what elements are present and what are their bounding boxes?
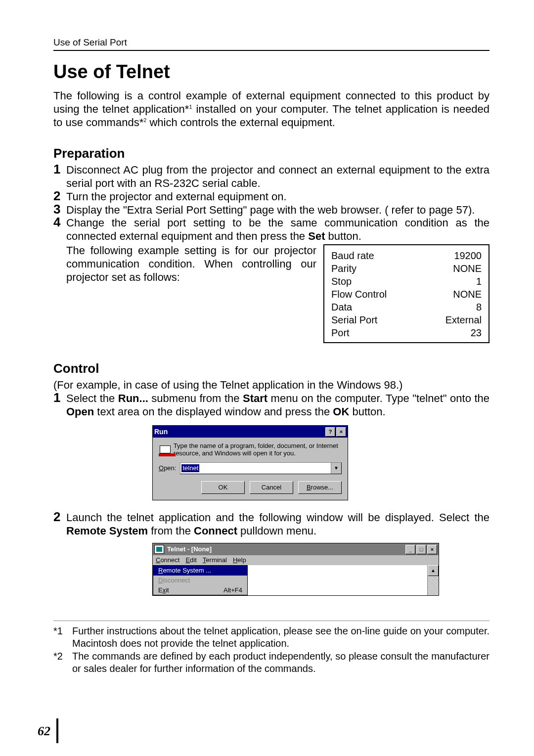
control-steps: Select the Run... submenu from the Start… [53,392,490,419]
footnote-2: *2 The commands are defined by each prod… [53,650,490,674]
menu-help[interactable]: Help [233,556,246,564]
ctrl-step-2: Launch the telnet application and the fo… [53,511,490,538]
chevron-down-icon[interactable]: ▼ [331,463,341,474]
telnet-title-text: Telnet - [None] [167,545,212,553]
remote-system-label: Remote System [66,525,148,537]
connect-pulldown: Remote System ... Disconnect Exit Alt+F4 [153,565,248,596]
close-icon[interactable]: × [427,545,437,554]
telnet-titlebar[interactable]: Telnet - [None] _ □ × [153,543,439,555]
control-intro: (For example, in case of using the Telne… [53,379,490,392]
open-combobox[interactable]: telnet ▼ [180,462,342,474]
pd-exit-shortcut: Alt+F4 [223,586,242,594]
connect-label: Connect [194,525,237,537]
run-icon [159,443,169,457]
pd-remote-system[interactable]: Remote System ... [153,566,247,576]
prep4-followup: The following example setting is for our… [53,244,316,284]
run-dialog: Run ? × Type the name of a program, fold… [152,425,348,500]
menu-connect[interactable]: Connect [156,556,179,564]
run-label: Run... [118,392,148,404]
open-label: Open [66,405,94,418]
scroll-up-icon[interactable]: ▲ [428,565,439,576]
footnote-divider [53,621,490,621]
maximize-icon[interactable]: □ [416,545,426,554]
run-description: Type the name of a program, folder, docu… [174,443,342,457]
page-number-bar [56,718,58,743]
setting-baud: Baud rate19200 [331,249,482,262]
prep-step-3: Display the "Extra Serial Port Setting" … [53,204,490,217]
preparation-steps: Disconnect AC plug from the projector an… [53,164,490,243]
intro-paragraph: The following is a control example of ex… [53,89,490,129]
page-number: 62 [38,723,50,739]
control-steps-2: Launch the telnet application and the fo… [53,511,490,538]
scroll-track[interactable] [428,576,439,596]
close-icon[interactable]: × [336,427,346,437]
prep-step-2: Turn the projector and external equipmen… [53,190,490,204]
running-header: Use of Serial Port [53,37,490,51]
telnet-client-area [248,565,427,596]
ctrl-step-1: Select the Run... submenu from the Start… [53,392,490,419]
serial-settings-table: Baud rate19200 ParityNONE Stop1 Flow Con… [323,244,490,343]
telnet-window: Telnet - [None] _ □ × Connect Edit Termi… [152,543,439,596]
browse-button[interactable]: Browse... [298,481,342,494]
footnote-1: *1 Further instructions about the telnet… [53,625,490,649]
prep-step-1: Disconnect AC plug from the projector an… [53,164,490,190]
ok-label: OK [333,405,349,418]
run-title-text: Run [154,428,168,436]
help-icon[interactable]: ? [325,427,335,437]
telnet-menubar: Connect Edit Terminal Help [153,555,439,565]
menu-terminal[interactable]: Terminal [203,556,227,564]
setting-stop: Stop1 [331,275,482,288]
setting-serialport: Serial PortExternal [331,313,482,326]
set-label: Set [308,230,325,242]
open-field-label: Open: [159,464,176,472]
heading-control: Control [53,361,490,377]
setting-data: Data8 [331,301,482,313]
setting-flow: Flow ControlNONE [331,288,482,301]
setting-port: Port23 [331,326,482,339]
scrollbar-vertical[interactable]: ▲ [427,565,439,596]
prep4-b: button. [325,230,361,242]
telnet-app-icon [154,545,164,554]
setting-parity: ParityNONE [331,262,482,275]
minimize-icon[interactable]: _ [405,545,415,554]
run-titlebar[interactable]: Run ? × [153,426,348,438]
start-label: Start [243,392,267,404]
cancel-button[interactable]: Cancel [250,481,293,494]
open-value: telnet [181,464,199,472]
pd-disconnect: Disconnect [153,576,247,585]
pd-exit[interactable]: Exit Alt+F4 [153,585,247,595]
prep-step-4: Change the serial port setting to be the… [53,217,490,243]
heading-main: Use of Telnet [53,62,490,83]
menu-edit[interactable]: Edit [185,556,196,564]
ok-button[interactable]: OK [201,481,245,494]
intro-c: which controls the external equipment. [146,116,335,129]
heading-preparation: Preparation [53,146,490,162]
prep4-a: Change the serial port setting to be the… [66,217,490,242]
